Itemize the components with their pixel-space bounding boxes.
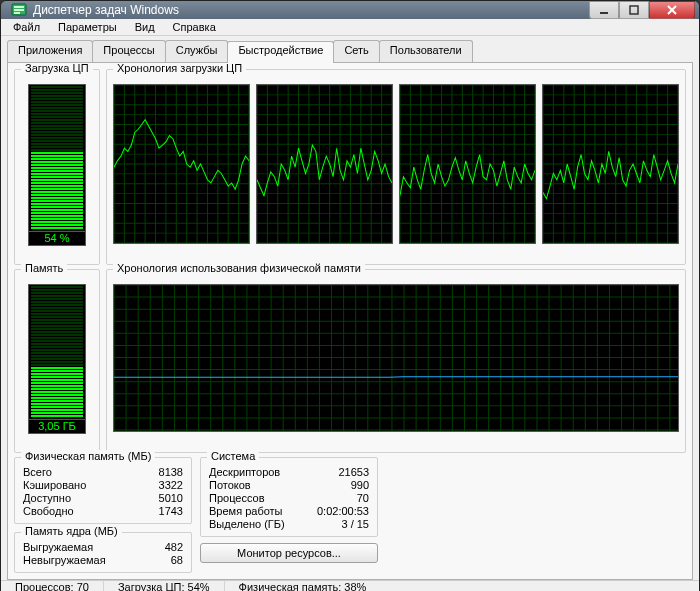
resource-monitor-button[interactable]: Монитор ресурсов...: [200, 543, 378, 563]
memory-history-chart: [113, 284, 679, 432]
stats-row: Физическая память (МБ) Всего8138 Кэширов…: [14, 457, 686, 573]
kernel-memory-title: Память ядра (МБ): [21, 525, 122, 537]
client-area: Приложения Процессы Службы Быстродействи…: [1, 36, 699, 580]
minimize-icon: [599, 5, 609, 15]
tab-networking[interactable]: Сеть: [333, 40, 379, 62]
sys-procs-label: Процессов: [209, 492, 293, 504]
statusbar: Процессов: 70 Загрузка ЦП: 54% Физическа…: [1, 580, 699, 591]
phys-cached-label: Кэшировано: [23, 479, 114, 491]
status-processes: Процессов: 70: [1, 581, 104, 591]
status-memory: Физическая память: 38%: [225, 581, 381, 591]
window-buttons: [589, 1, 695, 19]
sys-threads-label: Потоков: [209, 479, 293, 491]
sys-handles-label: Дескрипторов: [209, 466, 293, 478]
memory-meter: [28, 284, 86, 420]
titlebar[interactable]: Диспетчер задач Windows: [1, 1, 699, 19]
svg-rect-5: [630, 6, 638, 14]
cpu-history-chart-core0: [113, 84, 250, 244]
phys-free-value: 1743: [130, 505, 183, 517]
sys-uptime-value: 0:02:00:53: [309, 505, 369, 517]
cpu-history-chart-core1: [256, 84, 393, 244]
tab-processes[interactable]: Процессы: [92, 40, 165, 62]
sys-commit-value: 3 / 15: [309, 518, 369, 530]
tab-performance[interactable]: Быстродействие: [227, 41, 334, 63]
phys-avail-label: Доступно: [23, 492, 114, 504]
kernel-paged-label: Выгружаемая: [23, 541, 127, 553]
tab-applications[interactable]: Приложения: [7, 40, 93, 62]
tabstrip: Приложения Процессы Службы Быстродействи…: [7, 40, 693, 62]
phys-free-label: Свободно: [23, 505, 114, 517]
window-title: Диспетчер задач Windows: [33, 3, 589, 17]
cpu-usage-label: Загрузка ЦП: [21, 62, 93, 74]
physical-memory-group: Физическая память (МБ) Всего8138 Кэширов…: [14, 457, 192, 524]
sys-uptime-label: Время работы: [209, 505, 293, 517]
phys-cached-value: 3322: [130, 479, 183, 491]
close-button[interactable]: [649, 1, 695, 19]
sys-handles-value: 21653: [309, 466, 369, 478]
window: Диспетчер задач Windows Файл Параметры В…: [0, 0, 700, 591]
maximize-button[interactable]: [619, 1, 649, 19]
memory-meter-value: 3,05 ГБ: [28, 419, 86, 434]
physical-memory-title: Физическая память (МБ): [21, 450, 155, 462]
maximize-icon: [629, 5, 639, 15]
svg-rect-3: [14, 12, 20, 14]
sys-threads-value: 990: [309, 479, 369, 491]
sys-commit-label: Выделено (ГБ): [209, 518, 293, 530]
phys-avail-value: 5010: [130, 492, 183, 504]
kernel-paged-value: 482: [143, 541, 183, 553]
kernel-nonpaged-value: 68: [143, 554, 183, 566]
menubar: Файл Параметры Вид Справка: [1, 19, 699, 36]
svg-rect-1: [14, 6, 24, 8]
cpu-history-group: Хронология загрузки ЦП: [106, 69, 686, 265]
status-cpu: Загрузка ЦП: 54%: [104, 581, 225, 591]
svg-rect-2: [14, 9, 24, 11]
memory-group: Память 3,05 ГБ: [14, 269, 100, 453]
tab-users[interactable]: Пользователи: [379, 40, 473, 62]
cpu-history-chart-core3: [542, 84, 679, 244]
sys-procs-value: 70: [309, 492, 369, 504]
cpu-meter-value: 54 %: [28, 231, 86, 246]
cpu-history-label: Хронология загрузки ЦП: [113, 62, 246, 74]
minimize-button[interactable]: [589, 1, 619, 19]
performance-page: Загрузка ЦП 54 % Хронология загрузки ЦП …: [7, 62, 693, 580]
cpu-usage-group: Загрузка ЦП 54 %: [14, 69, 100, 265]
cpu-history-chart-core2: [399, 84, 536, 244]
phys-total-value: 8138: [130, 466, 183, 478]
system-group: Система Дескрипторов21653 Потоков990 Про…: [200, 457, 378, 537]
memory-history-label: Хронология использования физической памя…: [113, 262, 365, 274]
menu-view[interactable]: Вид: [127, 19, 163, 35]
close-icon: [666, 5, 678, 15]
cpu-meter: [28, 84, 86, 232]
system-title: Система: [207, 450, 259, 462]
menu-help[interactable]: Справка: [165, 19, 224, 35]
menu-file[interactable]: Файл: [5, 19, 48, 35]
tab-services[interactable]: Службы: [165, 40, 229, 62]
kernel-nonpaged-label: Невыгружаемая: [23, 554, 127, 566]
memory-label: Память: [21, 262, 67, 274]
menu-options[interactable]: Параметры: [50, 19, 125, 35]
phys-total-label: Всего: [23, 466, 114, 478]
app-icon: [11, 2, 27, 18]
memory-history-group: Хронология использования физической памя…: [106, 269, 686, 453]
kernel-memory-group: Память ядра (МБ) Выгружаемая482 Невыгруж…: [14, 532, 192, 573]
